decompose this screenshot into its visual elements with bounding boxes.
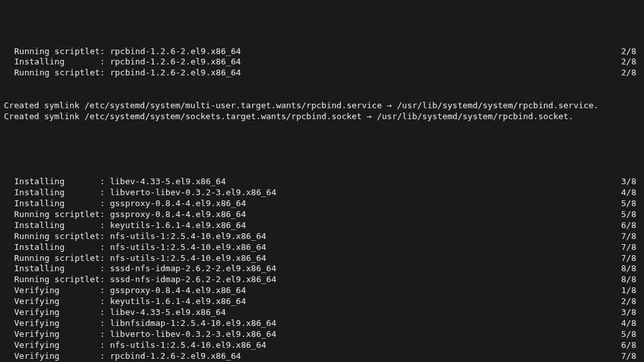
row-left: Verifying : nfs-utils-1:2.5.4-10.el9.x86… [4,340,266,351]
install-row: Verifying : libverto-libev-0.3.2-3.el9.x… [4,329,640,340]
row-left: Verifying : libnfsidmap-1:2.5.4-10.el9.x… [4,318,276,329]
row-count: 7/8 [621,242,640,253]
blank-line [4,144,640,155]
install-row: Installing : nfs-utils-1:2.5.4-10.el9.x8… [4,242,640,253]
row-count: 5/8 [621,209,640,220]
row-left: Installing : gssproxy-0.8.4-4.el9.x86_64 [4,198,246,209]
row-count: 4/8 [621,318,640,329]
row-left: Running scriptlet: rpcbind-1.2.6-2.el9.x… [4,46,241,57]
install-row: Running scriptlet: sssd-nfs-idmap-2.6.2-… [4,274,640,285]
row-count: 4/8 [621,187,640,198]
initial-install-rows: Running scriptlet: rpcbind-1.2.6-2.el9.x… [4,46,640,79]
row-left: Running scriptlet: nfs-utils-1:2.5.4-10.… [4,231,266,242]
row-left: Verifying : libev-4.33-5.el9.x86_64 [4,307,226,318]
row-count: 8/8 [621,263,640,274]
row-count: 7/8 [621,231,640,242]
row-left: Verifying : rpcbind-1.2.6-2.el9.x86_64 [4,351,241,362]
install-row: Running scriptlet: rpcbind-1.2.6-2.el9.x… [4,68,640,79]
install-row: Installing : libverto-libev-0.3.2-3.el9.… [4,187,640,198]
symlink-line: Created symlink /etc/systemd/system/mult… [4,100,640,111]
row-count: 2/8 [621,46,640,57]
install-row: Installing : gssproxy-0.8.4-4.el9.x86_64… [4,198,640,209]
row-count: 5/8 [621,329,640,340]
install-row: Installing : libev-4.33-5.el9.x86_643/8 [4,176,640,187]
row-left: Verifying : keyutils-1.6.1-4.el9.x86_64 [4,296,246,307]
row-left: Running scriptlet: gssproxy-0.8.4-4.el9.… [4,209,246,220]
row-count: 8/8 [621,274,640,285]
install-row: Verifying : libnfsidmap-1:2.5.4-10.el9.x… [4,318,640,329]
row-left: Running scriptlet: sssd-nfs-idmap-2.6.2-… [4,274,276,285]
install-row: Running scriptlet: nfs-utils-1:2.5.4-10.… [4,231,640,242]
install-row: Installing : keyutils-1.6.1-4.el9.x86_64… [4,220,640,231]
row-count: 2/8 [621,68,640,79]
install-row: Installing : rpcbind-1.2.6-2.el9.x86_642… [4,57,640,68]
main-install-rows: Installing : libev-4.33-5.el9.x86_643/8I… [4,176,640,362]
row-count: 6/8 [621,340,640,351]
install-row: Verifying : keyutils-1.6.1-4.el9.x86_642… [4,296,640,307]
row-count: 7/8 [621,253,640,264]
row-count: 7/8 [621,351,640,362]
install-row: Running scriptlet: gssproxy-0.8.4-4.el9.… [4,209,640,220]
row-count: 2/8 [621,57,640,68]
install-row: Verifying : gssproxy-0.8.4-4.el9.x86_641… [4,285,640,296]
row-left: Installing : nfs-utils-1:2.5.4-10.el9.x8… [4,242,266,253]
row-count: 2/8 [621,296,640,307]
install-row: Verifying : nfs-utils-1:2.5.4-10.el9.x86… [4,340,640,351]
row-left: Running scriptlet: rpcbind-1.2.6-2.el9.x… [4,68,241,79]
install-row: Verifying : libev-4.33-5.el9.x86_643/8 [4,307,640,318]
install-row: Installing : sssd-nfs-idmap-2.6.2-2.el9.… [4,263,640,274]
row-count: 6/8 [621,220,640,231]
row-left: Installing : libev-4.33-5.el9.x86_64 [4,176,226,187]
install-row: Running scriptlet: rpcbind-1.2.6-2.el9.x… [4,46,640,57]
row-left: Installing : sssd-nfs-idmap-2.6.2-2.el9.… [4,263,276,274]
row-left: Installing : libverto-libev-0.3.2-3.el9.… [4,187,276,198]
row-left: Installing : rpcbind-1.2.6-2.el9.x86_64 [4,57,241,68]
row-left: Running scriptlet: nfs-utils-1:2.5.4-10.… [4,253,266,264]
symlink-rows: Created symlink /etc/systemd/system/mult… [4,100,640,122]
row-count: 1/8 [621,285,640,296]
row-left: Verifying : gssproxy-0.8.4-4.el9.x86_64 [4,285,246,296]
install-row: Running scriptlet: nfs-utils-1:2.5.4-10.… [4,253,640,264]
install-row: Verifying : rpcbind-1.2.6-2.el9.x86_647/… [4,351,640,362]
row-count: 3/8 [621,307,640,318]
row-left: Installing : keyutils-1.6.1-4.el9.x86_64 [4,220,246,231]
row-count: 5/8 [621,198,640,209]
row-count: 3/8 [621,176,640,187]
row-left: Verifying : libverto-libev-0.3.2-3.el9.x… [4,329,276,340]
symlink-line: Created symlink /etc/systemd/system/sock… [4,111,640,122]
